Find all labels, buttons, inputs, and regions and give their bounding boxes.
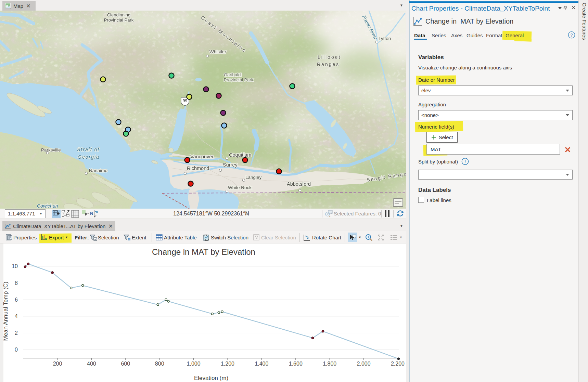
svg-text:2: 2: [15, 330, 18, 336]
svg-text:Provincial Park: Provincial Park: [224, 77, 254, 82]
svg-text:N: N: [90, 211, 93, 216]
svg-text:White Rock: White Rock: [228, 185, 252, 190]
svg-text:Lillooet: Lillooet: [318, 54, 341, 60]
svg-text:Vancouver: Vancouver: [190, 154, 214, 159]
svg-text:0: 0: [15, 347, 18, 353]
svg-text:?: ?: [570, 32, 573, 38]
svg-text:1,200: 1,200: [221, 361, 234, 367]
svg-text:Garibaldi: Garibaldi: [224, 72, 242, 77]
svg-text:i: i: [464, 159, 466, 164]
svg-text:8: 8: [15, 280, 18, 286]
svg-text:Elevation (m): Elevation (m): [194, 375, 228, 381]
svg-text:Provincial Park: Provincial Park: [104, 17, 134, 23]
svg-text:Strait of: Strait of: [77, 147, 100, 152]
svg-text:Surrey: Surrey: [223, 162, 238, 168]
svg-text:4: 4: [15, 313, 18, 319]
svg-text:10: 10: [12, 263, 18, 269]
svg-text:6: 6: [15, 297, 18, 303]
svg-text:Nanaimo: Nanaimo: [89, 168, 107, 173]
svg-text:Parksville: Parksville: [41, 147, 61, 153]
svg-text:Georgia: Georgia: [78, 154, 100, 160]
svg-text:1,000: 1,000: [187, 361, 201, 367]
svg-text:99: 99: [183, 98, 188, 103]
svg-text:1,600: 1,600: [289, 361, 303, 367]
svg-text:Whistler: Whistler: [209, 49, 226, 54]
svg-text:800: 800: [155, 361, 164, 367]
svg-text:1,400: 1,400: [255, 361, 268, 367]
svg-text:Clendinning: Clendinning: [107, 12, 131, 17]
svg-text:Change in MAT by Elevation: Change in MAT by Elevation: [152, 247, 255, 256]
svg-text:Lytton: Lytton: [379, 36, 391, 41]
svg-text:600: 600: [121, 361, 130, 367]
svg-text:1,800: 1,800: [323, 361, 336, 367]
svg-text:Mean Annual Temp (C): Mean Annual Temp (C): [2, 281, 9, 341]
svg-text:2,000: 2,000: [357, 361, 371, 367]
svg-text:Ranges: Ranges: [317, 62, 340, 67]
svg-text:Coquitlam: Coquitlam: [229, 152, 251, 158]
svg-text:2,200: 2,200: [391, 361, 405, 367]
svg-text:200: 200: [53, 361, 62, 367]
svg-text:Cowichan: Cowichan: [37, 203, 58, 209]
svg-text:400: 400: [87, 361, 96, 367]
svg-text:Abbotsford: Abbotsford: [287, 181, 311, 187]
svg-text:Langley: Langley: [245, 175, 262, 180]
svg-text:Richmond: Richmond: [187, 166, 209, 171]
